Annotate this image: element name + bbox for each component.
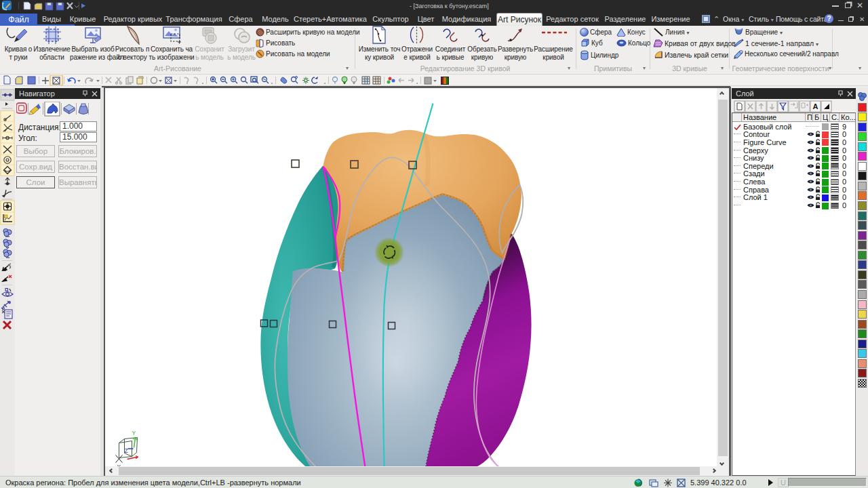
svg-text:Y: Y bbox=[132, 429, 136, 436]
svg-text:Z: Z bbox=[124, 447, 127, 453]
svg-text:A: A bbox=[813, 102, 818, 110]
